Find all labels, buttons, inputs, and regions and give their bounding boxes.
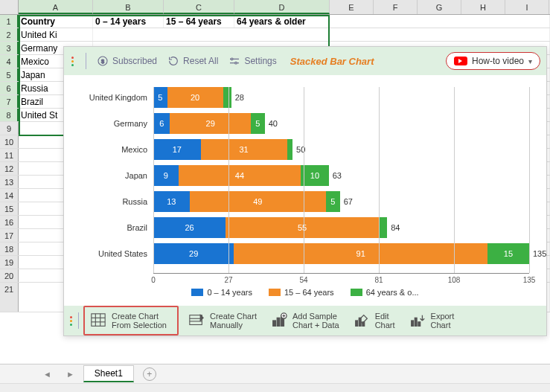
add-sheet-button[interactable]: +: [143, 367, 156, 381]
row-header[interactable]: 12: [0, 162, 19, 175]
col-C[interactable]: C: [164, 0, 234, 14]
svg-text:$: $: [101, 58, 104, 65]
row-header[interactable]: 18: [0, 242, 19, 255]
cmd-label: Create Chart From Selection: [112, 312, 167, 330]
category-label: Russia: [70, 197, 153, 206]
bar-segment: [223, 87, 231, 108]
row-header[interactable]: 10: [0, 135, 19, 148]
svg-rect-16: [273, 321, 276, 326]
category-label: United Kingdom: [70, 93, 153, 102]
bar-segment: 26: [153, 217, 226, 238]
header-cell[interactable]: 64 years & older: [234, 15, 330, 28]
bar-segment: 29: [170, 113, 250, 134]
col-B[interactable]: B: [93, 0, 164, 14]
create-manually-button[interactable]: Create Chart Manually: [183, 309, 261, 332]
sheet-tab[interactable]: Sheet1: [83, 365, 134, 382]
howto-video-button[interactable]: How-to video ▾: [446, 52, 540, 70]
settings-button[interactable]: Settings: [228, 55, 276, 67]
create-from-selection-button[interactable]: Create Chart From Selection: [83, 306, 179, 335]
empty-cell[interactable]: [93, 28, 550, 41]
bar-segment: 10: [301, 165, 328, 186]
bar-segment: 44: [179, 165, 301, 186]
row-header[interactable]: 21: [0, 283, 19, 312]
bar-segment: 17: [153, 139, 201, 160]
bar-segment: 15: [487, 243, 529, 264]
col-H[interactable]: H: [461, 0, 505, 14]
row-header[interactable]: 4: [0, 55, 19, 68]
bar-total: 63: [329, 171, 342, 180]
bar-segment: 9: [153, 165, 179, 186]
col-E[interactable]: E: [330, 0, 374, 14]
data-cell[interactable]: United Ki: [19, 28, 93, 41]
bar-segment: 49: [190, 191, 326, 212]
bar-segment: [287, 139, 292, 160]
chart-type-title: Stacked Bar Chart: [290, 56, 374, 67]
edit-chart-button[interactable]: Edit Chart: [348, 309, 400, 332]
category-label: Mexico: [70, 145, 153, 154]
bar-segment: 55: [226, 217, 379, 238]
col-F[interactable]: F: [374, 0, 418, 14]
empty-cell[interactable]: [330, 15, 550, 28]
row-header[interactable]: 7: [0, 95, 19, 108]
bar-total: 28: [231, 93, 244, 102]
youtube-icon: [454, 57, 467, 65]
add-sample-button[interactable]: Add Sample Chart + Data: [266, 309, 344, 332]
header-cell[interactable]: Country: [19, 15, 93, 28]
row-header[interactable]: 3: [0, 42, 19, 54]
row-header[interactable]: 16: [0, 216, 19, 228]
svg-rect-26: [415, 318, 417, 326]
tab-next-icon[interactable]: ►: [60, 370, 80, 379]
bar-segment: [379, 217, 387, 238]
subscribed-button[interactable]: $ Subscribed: [97, 55, 157, 67]
cmd-label: Edit Chart: [375, 312, 395, 330]
svg-rect-25: [411, 321, 413, 326]
bar-segment: 29: [153, 243, 234, 264]
col-I[interactable]: I: [505, 0, 549, 14]
svg-point-2: [231, 58, 234, 60]
category-label: Germany: [70, 119, 153, 128]
row-header[interactable]: 1: [0, 15, 19, 28]
svg-point-5: [235, 62, 237, 64]
row-header[interactable]: 2: [0, 28, 19, 41]
axis-tick: 27: [224, 276, 232, 284]
menu-dots-icon[interactable]: [70, 57, 75, 66]
row-header[interactable]: 6: [0, 82, 19, 94]
chart-canvas: United Kingdom52028Germany629540Mexico17…: [64, 75, 546, 307]
tab-prev-icon[interactable]: ◄: [37, 370, 57, 379]
row-header[interactable]: 14: [0, 189, 19, 202]
bar-total: 67: [340, 197, 353, 206]
header-cell[interactable]: 15 – 64 years: [164, 15, 234, 28]
bar-segment: 6: [153, 113, 170, 134]
col-D[interactable]: D: [234, 0, 330, 14]
axis-tick: 0: [151, 276, 156, 284]
col-A[interactable]: A: [19, 0, 93, 14]
bar-segment: 13: [153, 191, 190, 212]
col-G[interactable]: G: [418, 0, 461, 14]
row-header[interactable]: 13: [0, 176, 19, 188]
row-header[interactable]: 17: [0, 229, 19, 242]
select-all-corner[interactable]: [0, 0, 19, 14]
reset-all-button[interactable]: Reset All: [167, 55, 218, 67]
axis-tick: 135: [523, 276, 536, 284]
sheet-tabs: ◄ ► Sheet1 +: [0, 364, 550, 383]
row-header[interactable]: 11: [0, 149, 19, 161]
axis-tick: 54: [299, 276, 307, 284]
bar-segment: 91: [234, 243, 487, 264]
category-label: United States: [70, 249, 153, 258]
row-header[interactable]: 9: [0, 122, 19, 135]
header-cell[interactable]: 0 – 14 years: [93, 15, 164, 28]
row-header[interactable]: 15: [0, 202, 19, 215]
row-header[interactable]: 20: [0, 269, 19, 282]
row-header[interactable]: 5: [0, 68, 19, 81]
row-header[interactable]: 8: [0, 109, 19, 121]
axis-tick: 81: [374, 276, 383, 284]
bar-segment: 5: [153, 87, 167, 108]
cmd-label: Export Chart: [431, 312, 455, 330]
axis-tick: 108: [448, 276, 461, 284]
bar-total: 40: [265, 119, 278, 128]
export-chart-button[interactable]: Export Chart: [404, 309, 459, 332]
panel-commands: Create Chart From Selection Create Chart…: [64, 306, 546, 335]
row-header[interactable]: 19: [0, 256, 19, 269]
column-headers: A B C D E F G H I: [0, 0, 550, 15]
menu-dots-icon[interactable]: [68, 316, 74, 326]
